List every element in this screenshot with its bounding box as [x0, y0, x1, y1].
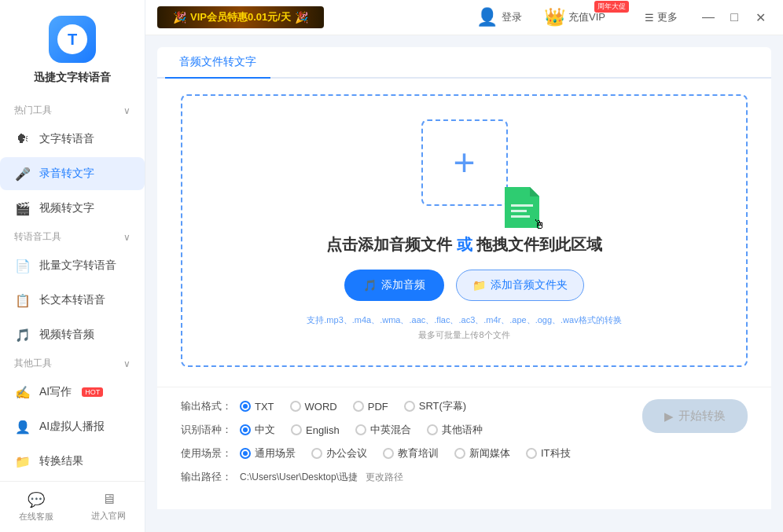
svg-rect-2 [511, 204, 533, 207]
login-button[interactable]: 👤 登录 [476, 7, 522, 28]
ai-writing-icon: ✍ [14, 383, 31, 401]
options-right: ▶ 开始转换 [642, 399, 748, 433]
minimize-btn[interactable]: — [697, 6, 719, 28]
options-left: 输出格式： TXT WORD PDF [181, 399, 642, 493]
lang-mixed[interactable]: 中英混合 [355, 423, 411, 437]
batch-icon: 📄 [14, 257, 31, 274]
sidebar-item-ai-avatar[interactable]: 👤 AI虚拟人播报 [0, 410, 145, 443]
record-to-text-icon: 🎤 [14, 165, 31, 182]
radio-general-dot [240, 448, 251, 459]
app-logo: T [49, 16, 96, 63]
long-text-icon: 📋 [14, 292, 31, 309]
svg-marker-1 [530, 187, 539, 196]
output-path-input[interactable] [240, 471, 358, 482]
sidebar-item-batch-text-speech[interactable]: 📄 批量文字转语音 [0, 249, 145, 282]
format-pdf[interactable]: PDF [353, 399, 388, 413]
radio-office-dot [311, 448, 322, 459]
scene-it[interactable]: IT科技 [526, 446, 571, 460]
scene-news[interactable]: 新闻媒体 [454, 446, 510, 460]
chat-icon: 💬 [28, 491, 45, 508]
main-area: 🎉 VIP会员特惠0.01元/天 🎉 👤 登录 👑 充值VIP 周年大促 ☰ 更… [145, 0, 783, 532]
titlebar: 🎉 VIP会员特惠0.01元/天 🎉 👤 登录 👑 充值VIP 周年大促 ☰ 更… [145, 0, 783, 35]
radio-education-dot [383, 448, 394, 459]
more-btn[interactable]: ☰ 更多 [645, 10, 678, 24]
online-service-btn[interactable]: 💬 在线客服 [0, 482, 72, 532]
vip-crown-decor-left: 🎉 [173, 11, 186, 24]
scene-row: 使用场景： 通用场景 办公会议 教育培训 [181, 446, 642, 460]
sidebar-item-record-to-text[interactable]: 🎤 录音转文字 [0, 157, 145, 190]
crown-icon: 👑 [544, 7, 565, 28]
scene-group: 通用场景 办公会议 教育培训 新闻媒体 [240, 446, 571, 460]
vip-crown-decor-right: 🎉 [295, 11, 308, 24]
video-to-text-icon: 🎬 [14, 200, 31, 217]
user-icon: 👤 [476, 7, 498, 28]
output-format-row: 输出格式： TXT WORD PDF [181, 399, 642, 413]
folder-icon: 📁 [472, 279, 486, 292]
cursor-icon: 🖱 [533, 218, 546, 232]
radio-news-dot [454, 448, 465, 459]
path-row: 更改路径 [240, 471, 403, 484]
options-panel: 输出格式： TXT WORD PDF [157, 387, 771, 509]
globe-icon: 🖥 [101, 491, 116, 508]
file-icon-container: 🖱 [505, 187, 539, 228]
app-title: 迅捷文字转语音 [34, 71, 111, 85]
add-folder-btn[interactable]: 📁 添加音频文件夹 [456, 270, 584, 301]
language-row: 识别语种： 中文 English 中英混合 [181, 423, 642, 437]
content-area: 音频文件转文字 + [145, 35, 783, 532]
video-audio-icon: 🎵 [14, 326, 31, 343]
section-label-hot: 热门工具 ∨ [0, 99, 145, 122]
play-icon: ▶ [664, 409, 674, 424]
output-format-label: 输出格式： [181, 399, 240, 413]
sidebar-item-video-to-text[interactable]: 🎬 视频转文字 [0, 192, 145, 225]
lang-chinese[interactable]: 中文 [240, 423, 275, 437]
drop-zone[interactable]: + 🖱 点击添加音频文件 或 [181, 94, 748, 367]
scene-education[interactable]: 教育培训 [383, 446, 439, 460]
scene-label: 使用场景： [181, 446, 240, 460]
vip-banner[interactable]: 🎉 VIP会员特惠0.01元/天 🎉 [157, 6, 324, 28]
close-btn[interactable]: ✕ [749, 6, 771, 28]
format-srt[interactable]: SRT(字幕) [404, 399, 466, 413]
scene-office[interactable]: 办公会议 [311, 446, 367, 460]
music-icon: 🎵 [363, 279, 377, 292]
format-txt[interactable]: TXT [240, 399, 274, 413]
tab-audio-to-text[interactable]: 音频文件转文字 [165, 47, 270, 79]
plus-icon: + [453, 144, 475, 182]
radio-it-dot [526, 448, 537, 459]
sidebar-item-video-to-audio[interactable]: 🎵 视频转音频 [0, 318, 145, 351]
output-path-row: 输出路径： 更改路径 [181, 470, 642, 484]
official-site-btn[interactable]: 🖥 进入官网 [72, 482, 145, 532]
text-to-speech-icon: 🗣 [14, 130, 31, 148]
sidebar: T 迅捷文字转语音 热门工具 ∨ 🗣 文字转语音 🎤 录音转文字 🎬 视频转文字… [0, 0, 145, 532]
add-audio-btn[interactable]: 🎵 添加音频 [344, 270, 444, 301]
window-controls: — □ ✕ [697, 6, 771, 28]
sidebar-item-ai-writing[interactable]: ✍ AI写作 HOT [0, 376, 145, 409]
change-path-btn[interactable]: 更改路径 [366, 471, 403, 484]
radio-word-dot [290, 401, 301, 412]
drop-plus-box: + [421, 119, 508, 206]
radio-chinese-dot [240, 424, 251, 435]
sidebar-item-text-to-speech[interactable]: 🗣 文字转语音 [0, 123, 145, 156]
sidebar-item-convert-result[interactable]: 📁 转换结果 [0, 445, 145, 478]
radio-srt-dot [404, 401, 415, 412]
start-convert-btn[interactable]: ▶ 开始转换 [642, 399, 748, 433]
lang-other[interactable]: 其他语种 [427, 423, 483, 437]
logo-letter: T [57, 24, 87, 54]
output-format-group: TXT WORD PDF SRT(字幕) [240, 399, 466, 413]
svg-rect-4 [511, 215, 530, 218]
vip-charge-btn[interactable]: 👑 充值VIP 周年大促 [544, 7, 605, 28]
lang-english[interactable]: English [291, 423, 340, 437]
radio-other-dot [427, 424, 438, 435]
format-hint: 支持.mp3、.m4a、.wma、.aac、.flac、.ac3、.m4r、.a… [307, 313, 621, 342]
ai-avatar-icon: 👤 [14, 418, 31, 435]
format-word[interactable]: WORD [290, 399, 337, 413]
section-label-speech: 转语音工具 ∨ [0, 226, 145, 248]
section-label-other: 其他工具 ∨ [0, 352, 145, 375]
radio-pdf-dot [353, 401, 364, 412]
sidebar-item-long-text[interactable]: 📋 长文本转语音 [0, 284, 145, 317]
scene-general[interactable]: 通用场景 [240, 446, 296, 460]
hot-badge: HOT [82, 387, 103, 397]
sidebar-bottom: 💬 在线客服 🖥 进入官网 [0, 481, 145, 532]
maximize-btn[interactable]: □ [723, 6, 745, 28]
drop-zone-wrapper: + 🖱 点击添加音频文件 或 [157, 79, 771, 387]
svg-rect-3 [511, 210, 527, 212]
